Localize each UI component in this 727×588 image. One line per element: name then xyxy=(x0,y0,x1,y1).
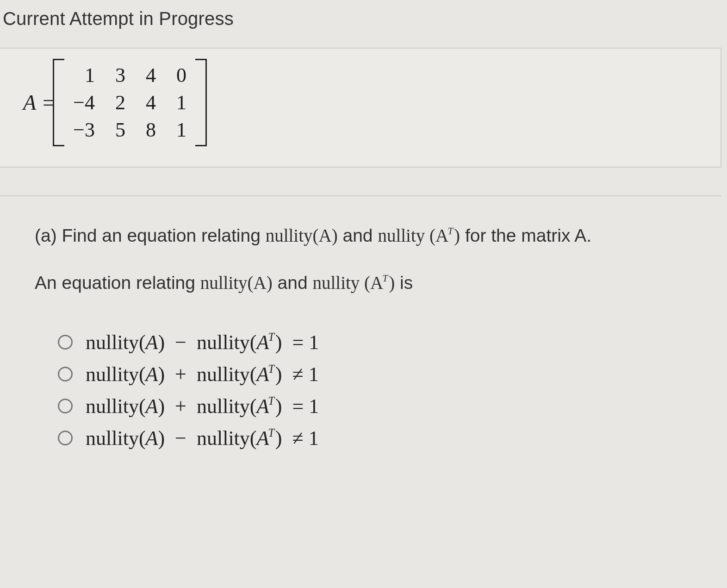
matrix-cell: 1 xyxy=(166,116,197,144)
nullity-a-notation: nullity(A) xyxy=(266,225,338,245)
question-text: An equation relating xyxy=(35,273,200,293)
matrix-cell: 8 xyxy=(136,116,166,144)
answer-option[interactable]: nullity(A) − nullity(AT) ≠ 1 xyxy=(58,426,703,450)
answer-option[interactable]: nullity(A) + nullity(AT) = 1 xyxy=(58,394,703,418)
section-heading: Current Attempt in Progress xyxy=(3,8,721,29)
matrix-definition-box: A = 1 3 4 0 −4 2 4 1 xyxy=(0,48,721,168)
question-prompt-line-1: (a) Find an equation relating nullity(A)… xyxy=(35,222,703,250)
matrix-cell: 5 xyxy=(105,116,136,144)
matrix-cell: −4 xyxy=(63,89,105,116)
nullity-at-notation: nullity (AT) xyxy=(313,273,395,293)
matrix-row: −3 5 8 1 xyxy=(63,116,197,144)
matrix-row: −4 2 4 1 xyxy=(63,89,197,116)
option-expression: nullity(A) + nullity(AT) = 1 xyxy=(86,394,319,418)
matrix-cell: 1 xyxy=(166,89,197,116)
answer-option[interactable]: nullity(A) + nullity(AT) ≠ 1 xyxy=(58,363,703,386)
matrix-lhs-symbol: A xyxy=(23,90,36,115)
nullity-a-notation: nullity(A) xyxy=(200,273,273,293)
nullity-at-notation: nullity (AT) xyxy=(378,225,460,245)
question-part-label: (a) xyxy=(35,225,57,245)
matrix-cell: 3 xyxy=(105,62,136,89)
matrix-right-bracket-icon xyxy=(195,59,207,146)
question-text: and xyxy=(338,225,378,245)
matrix-equation: A = 1 3 4 0 −4 2 4 1 xyxy=(23,62,721,144)
matrix-cell: 4 xyxy=(136,89,166,116)
matrix-bracket: 1 3 4 0 −4 2 4 1 −3 5 8 xyxy=(63,62,197,144)
question-prompt-line-2: An equation relating nullity(A) and null… xyxy=(35,269,703,297)
radio-icon[interactable] xyxy=(58,335,73,350)
question-text: and xyxy=(273,273,313,293)
radio-icon[interactable] xyxy=(58,399,73,413)
matrix-cell: 2 xyxy=(105,89,136,116)
question-text: is xyxy=(395,273,413,293)
matrix-left-bracket-icon xyxy=(53,59,64,146)
matrix-cell: −3 xyxy=(63,116,105,144)
answer-option[interactable]: nullity(A) − nullity(AT) = 1 xyxy=(58,331,703,354)
radio-icon[interactable] xyxy=(58,431,73,445)
matrix-cell: 1 xyxy=(63,62,105,89)
option-expression: nullity(A) − nullity(AT) ≠ 1 xyxy=(86,426,319,450)
matrix-table: 1 3 4 0 −4 2 4 1 −3 5 8 xyxy=(63,62,197,144)
matrix-cell: 4 xyxy=(136,62,166,89)
answer-options: nullity(A) − nullity(AT) = 1 nullity(A) … xyxy=(35,317,703,450)
question-block: (a) Find an equation relating nullity(A)… xyxy=(0,195,721,450)
option-expression: nullity(A) − nullity(AT) = 1 xyxy=(86,331,319,354)
option-expression: nullity(A) + nullity(AT) ≠ 1 xyxy=(86,363,319,386)
radio-icon[interactable] xyxy=(58,367,73,382)
question-text: Find an equation relating xyxy=(62,225,266,245)
matrix-cell: 0 xyxy=(166,62,197,89)
matrix-row: 1 3 4 0 xyxy=(63,62,197,89)
question-text: for the matrix A. xyxy=(460,225,591,245)
